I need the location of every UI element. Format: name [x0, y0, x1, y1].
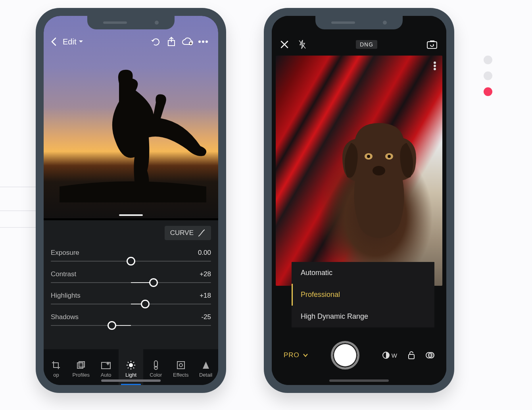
light-adjustments-panel: CURVE Exposure 0.00 Contrast +28 Highlig… [44, 220, 218, 349]
curve-button[interactable]: CURVE [165, 226, 211, 240]
photo-subject-silhouette [60, 67, 206, 202]
lock-button[interactable] [407, 351, 415, 360]
mode-option-professional[interactable]: Professional [292, 284, 434, 306]
svg-point-4 [206, 40, 208, 43]
carousel-dot-active[interactable] [484, 87, 492, 96]
options-icon[interactable] [433, 61, 437, 71]
svg-point-26 [388, 155, 391, 158]
detail-icon [202, 360, 210, 370]
slider-track[interactable] [51, 282, 211, 283]
file-format-badge[interactable]: DNG [356, 40, 377, 49]
chevron-down-icon [303, 353, 308, 357]
effects-icon [177, 360, 185, 370]
home-indicator[interactable] [329, 379, 389, 382]
tool-detail[interactable]: Detail [193, 349, 218, 385]
auto-icon [101, 360, 111, 370]
curve-icon [198, 229, 206, 237]
slider-contrast[interactable]: Contrast +28 [51, 270, 211, 283]
active-tool-indicator [121, 384, 141, 385]
share-icon [167, 37, 176, 47]
half-circle-icon [382, 351, 390, 359]
panel-grab-handle[interactable] [119, 214, 143, 216]
svg-line-15 [133, 362, 134, 363]
filter-button[interactable] [426, 351, 434, 359]
svg-point-2 [198, 40, 201, 43]
background-line [0, 227, 38, 228]
svg-line-14 [133, 368, 134, 368]
home-indicator[interactable] [101, 379, 161, 382]
camera-top-bar: DNG [272, 37, 446, 52]
slider-knob[interactable] [149, 278, 158, 287]
slider-highlights[interactable]: Highlights +18 [51, 292, 211, 304]
svg-rect-19 [177, 362, 184, 369]
undo-button[interactable] [148, 38, 163, 46]
background-line [0, 210, 38, 211]
camera-bottom-bar: PRO W [272, 337, 446, 373]
svg-rect-32 [409, 354, 414, 359]
svg-point-3 [202, 40, 204, 43]
slider-knob[interactable] [141, 300, 150, 308]
tool-crop[interactable]: op [44, 349, 69, 385]
tool-profiles[interactable]: Profiles [69, 349, 94, 385]
slider-value: +28 [200, 270, 211, 278]
back-button[interactable] [51, 37, 63, 46]
phone-notch [87, 16, 175, 29]
mode-selector[interactable]: PRO [284, 351, 308, 359]
svg-point-29 [434, 65, 436, 67]
crop-icon [51, 360, 61, 370]
white-balance-button[interactable]: W [382, 351, 397, 359]
tool-label: Effects [173, 372, 189, 378]
more-button[interactable] [195, 40, 211, 43]
slider-value: +18 [200, 292, 211, 300]
mode-option-high-dynamic-range[interactable]: High Dynamic Range [292, 306, 434, 327]
tool-label: Detail [199, 372, 212, 378]
background-line [0, 187, 38, 187]
slider-label: Shadows [51, 313, 79, 321]
flash-toggle-button[interactable] [298, 39, 307, 50]
svg-line-16 [128, 368, 129, 368]
screen-editor: Edit CURVE Exposure [44, 16, 218, 385]
undo-icon [150, 38, 161, 46]
share-button[interactable] [163, 37, 179, 47]
switch-camera-button[interactable] [426, 40, 438, 49]
mode-option-automatic[interactable]: Automatic [292, 262, 434, 284]
slider-label: Highlights [51, 292, 81, 300]
slider-knob[interactable] [127, 257, 135, 266]
slider-track[interactable] [51, 325, 211, 326]
slider-label: Contrast [51, 270, 76, 278]
svg-point-34 [428, 352, 434, 358]
slider-track[interactable] [51, 304, 211, 304]
svg-point-25 [367, 155, 370, 158]
carousel-dot[interactable] [484, 71, 492, 80]
svg-point-27 [373, 166, 385, 175]
phone-notch [315, 16, 403, 29]
mode-label: PRO [284, 351, 300, 359]
tool-label: Light [125, 372, 136, 378]
phone-frame-camera: DNG AutomaticProfe [264, 8, 454, 393]
carousel-dot[interactable] [484, 56, 492, 64]
svg-line-13 [128, 362, 129, 363]
caret-down-icon [79, 40, 83, 43]
flash-off-icon [298, 39, 307, 50]
close-button[interactable] [280, 40, 288, 48]
slider-shadows[interactable]: Shadows -25 [51, 313, 211, 326]
viewfinder-image-dog[interactable] [276, 56, 442, 286]
svg-point-20 [179, 364, 182, 367]
shutter-button[interactable] [331, 341, 359, 370]
phone-frame-editor: Edit CURVE Exposure [36, 8, 226, 393]
screen-title-dropdown[interactable]: Edit [63, 37, 83, 46]
overlap-circles-icon [426, 351, 434, 359]
slider-track[interactable] [51, 261, 211, 262]
svg-rect-6 [79, 362, 85, 367]
slider-label: Exposure [51, 249, 79, 257]
slider-knob[interactable] [108, 321, 116, 330]
tool-label: op [53, 372, 59, 378]
slider-value: -25 [201, 313, 211, 321]
slider-exposure[interactable]: Exposure 0.00 [51, 249, 211, 262]
photo-subject-dog [327, 115, 430, 242]
cloud-add-button[interactable] [179, 37, 195, 46]
curve-button-label: CURVE [170, 229, 194, 237]
screen-title-label: Edit [63, 37, 76, 46]
carousel-dots [484, 56, 492, 96]
tool-effects[interactable]: Effects [168, 349, 193, 385]
